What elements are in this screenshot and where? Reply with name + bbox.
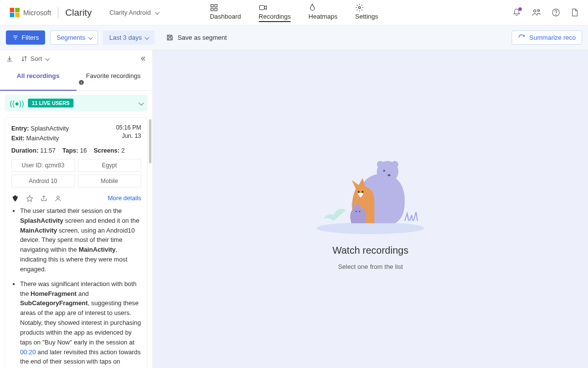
insight-item: The user started their session on the Sp…	[20, 206, 141, 274]
divider	[58, 7, 58, 18]
daterange-button[interactable]: Last 3 days	[103, 30, 155, 45]
ai-icon[interactable]	[11, 194, 19, 202]
sort-icon	[21, 55, 27, 62]
save-icon	[166, 34, 173, 41]
tab-favorite-recordings[interactable]: Favorite recordings i	[76, 67, 153, 91]
svg-rect-3	[215, 8, 217, 10]
chevron-down-icon	[45, 55, 49, 62]
card-actions: More details	[11, 194, 141, 202]
cell-os[interactable]: Android 10	[11, 175, 75, 187]
gear-icon	[355, 3, 378, 12]
dashboard-icon	[210, 3, 241, 12]
nav-heatmaps-label: Heatmaps	[309, 13, 338, 20]
notification-dot-icon	[518, 7, 522, 11]
summarize-button[interactable]: Summarize reco	[512, 30, 582, 45]
flame-icon	[309, 3, 338, 12]
svg-point-6	[534, 10, 536, 12]
svg-point-28	[356, 210, 357, 212]
segments-button[interactable]: Segments	[50, 30, 98, 45]
svg-point-29	[359, 210, 361, 212]
sidebar-tools: Sort	[0, 50, 152, 67]
summarize-label: Summarize reco	[529, 34, 576, 41]
svg-point-26	[358, 191, 360, 193]
daterange-label: Last 3 days	[109, 34, 142, 41]
tab-all-recordings[interactable]: All recordings	[0, 67, 76, 91]
content-area: Watch recordings Select one from the lis…	[153, 50, 588, 368]
nav-settings[interactable]: Settings	[355, 3, 378, 22]
filter-icon	[12, 34, 19, 41]
microsoft-logo[interactable]: Microsoft	[10, 8, 51, 18]
empty-title: Watch recordings	[333, 245, 409, 256]
notification-bell-icon[interactable]	[513, 8, 521, 17]
user-icon[interactable]	[54, 195, 62, 202]
live-users-bar[interactable]: ((●)) 11 LIVE USERS	[5, 95, 147, 111]
svg-rect-0	[211, 4, 213, 7]
save-segment-button[interactable]: Save as segment	[166, 34, 226, 41]
svg-point-25	[388, 174, 391, 176]
video-icon	[259, 3, 291, 12]
help-icon[interactable]	[552, 8, 560, 17]
header-actions	[513, 8, 578, 17]
nav-recordings[interactable]: Recordings	[259, 3, 291, 22]
svg-point-10	[552, 9, 559, 16]
cell-device[interactable]: Mobile	[78, 175, 142, 187]
svg-point-18	[57, 196, 59, 198]
svg-rect-15	[169, 38, 171, 40]
nav-heatmaps[interactable]: Heatmaps	[309, 3, 338, 22]
download-icon[interactable]	[6, 55, 13, 62]
microsoft-label: Microsoft	[24, 9, 51, 17]
svg-point-20	[317, 222, 424, 234]
nav-dashboard[interactable]: Dashboard	[210, 3, 241, 22]
sort-label: Sort	[30, 55, 42, 62]
live-users-chip: 11 LIVE USERS	[28, 99, 74, 107]
svg-rect-2	[211, 8, 213, 10]
main-nav: Dashboard Recordings Heatmaps Settings	[210, 3, 378, 22]
project-name: Clarity Android	[109, 9, 151, 16]
svg-point-7	[538, 10, 539, 12]
filter-bar: Filters Segments Last 3 days Save as seg…	[0, 26, 588, 50]
cell-user[interactable]: User ID: qzmr83	[11, 159, 75, 172]
svg-rect-4	[259, 5, 264, 10]
save-segment-label: Save as segment	[177, 34, 226, 41]
tab-fav-label: Favorite recordings	[86, 72, 141, 79]
collapse-icon[interactable]	[139, 55, 147, 62]
svg-point-22	[377, 161, 384, 168]
card-grid: User ID: qzmr83 Egypt Android 10 Mobile	[11, 159, 141, 187]
people-icon[interactable]	[532, 8, 541, 17]
svg-point-24	[383, 170, 385, 172]
nav-settings-label: Settings	[355, 13, 378, 20]
segments-label: Segments	[56, 34, 85, 41]
nav-dashboard-label: Dashboard	[210, 13, 241, 20]
empty-subtitle: Select one from the list	[338, 263, 403, 270]
document-icon[interactable]	[571, 8, 578, 17]
chevron-down-icon	[88, 34, 92, 41]
svg-point-23	[392, 161, 398, 168]
insight-item: There was significant interaction with b…	[20, 279, 141, 368]
recordings-list[interactable]: Entry: SplashActivity Exit: MainActivity…	[0, 114, 152, 368]
info-icon: i	[78, 79, 151, 85]
filters-label: Filters	[22, 34, 39, 41]
timestamp-link[interactable]: 00:20	[20, 348, 36, 356]
live-pulse-icon: ((●))	[10, 99, 24, 107]
tab-all-label: All recordings	[17, 72, 59, 79]
ai-insights: The user started their session on the Sp…	[11, 206, 141, 368]
more-details-link[interactable]: More details	[108, 195, 141, 202]
svg-rect-1	[215, 4, 217, 7]
refresh-icon	[518, 34, 525, 41]
project-selector[interactable]: Clarity Android	[109, 9, 158, 16]
empty-illustration	[307, 150, 434, 238]
svg-point-5	[358, 6, 360, 8]
brand-label[interactable]: Clarity	[65, 7, 92, 18]
chevron-down-icon	[145, 34, 148, 41]
star-icon[interactable]	[26, 195, 33, 202]
sort-button[interactable]: Sort	[21, 55, 49, 62]
nav-recordings-label: Recordings	[259, 13, 291, 22]
card-meta: Entry: SplashActivity Exit: MainActivity	[11, 124, 69, 143]
filters-button[interactable]: Filters	[6, 30, 45, 45]
scrollbar-thumb[interactable]	[149, 119, 151, 163]
share-icon[interactable]	[40, 195, 48, 202]
svg-point-11	[556, 14, 556, 15]
cell-country[interactable]: Egypt	[78, 159, 142, 172]
recording-card[interactable]: Entry: SplashActivity Exit: MainActivity…	[5, 117, 147, 368]
top-header: Microsoft Clarity Clarity Android Dashbo…	[0, 0, 588, 26]
